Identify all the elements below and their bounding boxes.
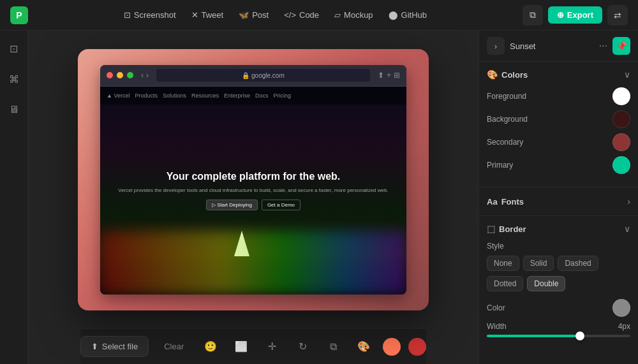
secondary-swatch[interactable] bbox=[612, 133, 630, 151]
browser-toolbar: ‹ › 🔒 google.com ⬆ + ⊞ bbox=[100, 65, 406, 87]
panel-pin-button[interactable]: 📌 bbox=[612, 37, 630, 55]
export-button[interactable]: ⊕ Export bbox=[548, 6, 602, 24]
nav-resources: Resources bbox=[191, 92, 219, 99]
style-solid-button[interactable]: Solid bbox=[523, 256, 554, 271]
panel-topbar: › Sunset ··· 📌 bbox=[479, 31, 638, 62]
left-sidebar: ⊡ ⌘ 🖥 bbox=[0, 31, 28, 364]
move-button[interactable]: ✛ bbox=[260, 335, 283, 358]
main-area: ⊡ ⌘ 🖥 ‹ › 🔒 g bbox=[0, 31, 638, 364]
nav-products: Products bbox=[135, 92, 158, 99]
border-collapse-button[interactable]: ∨ bbox=[624, 224, 630, 234]
rotate-button[interactable]: ↻ bbox=[291, 335, 314, 358]
colors-collapse-button[interactable]: ∨ bbox=[624, 69, 630, 80]
start-deploying-button[interactable]: ▷ Start Deploying bbox=[206, 200, 258, 210]
topbar: P ⊡ Screenshot ✕ Tweet 🦋 Post </> Code ▱… bbox=[0, 0, 638, 31]
background-label: Background bbox=[487, 115, 528, 124]
browser-url-bar[interactable]: 🔒 google.com bbox=[156, 69, 370, 82]
top-nav: ⊡ Screenshot ✕ Tweet 🦋 Post </> Code ▱ M… bbox=[117, 7, 433, 23]
border-width-slider[interactable] bbox=[487, 335, 630, 337]
nav-code[interactable]: </> Code bbox=[278, 7, 325, 23]
browser-cta-buttons: ▷ Start Deploying Get a Demo bbox=[118, 200, 388, 210]
palette-button[interactable]: 🎨 bbox=[352, 335, 375, 358]
select-file-button[interactable]: ⬆ Select file bbox=[80, 336, 149, 357]
primary-swatch[interactable] bbox=[612, 156, 630, 174]
style-dashed-button[interactable]: Dashed bbox=[558, 256, 598, 271]
nav-post[interactable]: 🦋 Post bbox=[232, 7, 275, 23]
screenshot-icon: ⊡ bbox=[124, 10, 131, 20]
plus-icon: + bbox=[387, 71, 391, 80]
border-width-label: Width bbox=[487, 322, 507, 331]
topbar-right: ⧉ ⊕ Export ⇄ bbox=[523, 5, 628, 25]
nav-tweet[interactable]: ✕ Tweet bbox=[185, 7, 230, 23]
site-header: ▲ Vercel Products Solutions Resources En… bbox=[100, 87, 406, 105]
browser-dot-minimize bbox=[117, 72, 123, 78]
palette-section-icon: 🎨 bbox=[487, 69, 498, 80]
nav-solutions: Solutions bbox=[163, 92, 186, 99]
share-button[interactable]: ⇄ bbox=[607, 5, 628, 25]
hero-desc: Vercel provides the developer tools and … bbox=[118, 187, 388, 193]
nav-screenshot[interactable]: ⊡ Screenshot bbox=[117, 7, 182, 23]
secondary-label: Secondary bbox=[487, 138, 523, 147]
border-width-value: 4px bbox=[618, 322, 630, 331]
browser-back-icon[interactable]: ‹ bbox=[141, 71, 144, 80]
style-options-row1: None Solid Dashed bbox=[487, 256, 630, 271]
app-logo[interactable]: P bbox=[10, 6, 28, 24]
fonts-section[interactable]: Aa Fonts › bbox=[479, 187, 638, 216]
primary-label: Primary bbox=[487, 161, 513, 170]
style-label: Style bbox=[487, 242, 630, 251]
nav-enterprise: Enterprise bbox=[224, 92, 250, 99]
browser-hero: Your complete platform for the web. Verc… bbox=[118, 170, 388, 210]
slider-fill bbox=[487, 335, 580, 337]
lock-icon: 🔒 bbox=[242, 72, 249, 79]
browser-forward-icon[interactable]: › bbox=[146, 71, 149, 80]
browser-mock: ‹ › 🔒 google.com ⬆ + ⊞ bbox=[100, 65, 406, 295]
copy-button[interactable]: ⧉ bbox=[523, 5, 543, 25]
fonts-expand-icon: › bbox=[627, 196, 630, 207]
slider-thumb bbox=[575, 331, 584, 340]
emoji-button[interactable]: 🙂 bbox=[199, 335, 222, 358]
background-swatch[interactable] bbox=[612, 110, 630, 128]
panel-back-button[interactable]: › bbox=[487, 37, 505, 55]
border-color-row: Color bbox=[487, 299, 630, 317]
bottom-toolbar: ⬆ Select file Clear 🙂 ⬜ ✛ ↻ ⧉ 🎨 bbox=[80, 328, 426, 364]
browser-body: ▲ Vercel Products Solutions Resources En… bbox=[100, 87, 406, 295]
share-icon: ⬆ bbox=[378, 71, 384, 80]
canvas-content: ‹ › 🔒 google.com ⬆ + ⊞ bbox=[28, 31, 478, 328]
grid-icon: ⊞ bbox=[394, 71, 400, 80]
duplicate-button[interactable]: ⧉ bbox=[322, 335, 345, 358]
upload-icon: ⬆ bbox=[91, 342, 98, 351]
export-plus-icon: ⊕ bbox=[557, 10, 564, 20]
browser-nav: ‹ › bbox=[141, 71, 149, 80]
sidebar-icon-command[interactable]: ⌘ bbox=[4, 69, 24, 89]
nav-docs: Docs bbox=[255, 92, 269, 99]
style-double-button[interactable]: Double bbox=[527, 276, 565, 291]
fonts-section-icon: Aa bbox=[487, 197, 498, 207]
sidebar-icon-photo[interactable]: ⊡ bbox=[4, 38, 24, 59]
screenshot-frame[interactable]: ‹ › 🔒 google.com ⬆ + ⊞ bbox=[78, 49, 429, 310]
foreground-label: Foreground bbox=[487, 92, 526, 101]
post-icon: 🦋 bbox=[239, 10, 249, 20]
nav-pricing: Pricing bbox=[274, 92, 292, 99]
get-demo-button[interactable]: Get a Demo bbox=[262, 200, 300, 210]
panel-more-button[interactable]: ··· bbox=[599, 40, 607, 52]
secondary-color-row: Secondary bbox=[487, 133, 630, 151]
border-color-swatch[interactable] bbox=[612, 299, 630, 317]
nav-mockup[interactable]: ▱ Mockup bbox=[328, 7, 380, 23]
sidebar-icon-monitor[interactable]: 🖥 bbox=[4, 99, 24, 120]
color-swatch-toolbar2[interactable] bbox=[408, 338, 426, 356]
foreground-swatch[interactable] bbox=[612, 87, 630, 105]
color-swatch-toolbar1[interactable] bbox=[383, 338, 401, 356]
nav-github[interactable]: ⬤ GitHub bbox=[382, 7, 433, 23]
browser-rainbow bbox=[100, 231, 406, 295]
border-section-title: ⬚ Border bbox=[487, 224, 526, 234]
right-panel: › Sunset ··· 📌 🎨 Colors ∨ Foreground Bac… bbox=[478, 31, 638, 364]
browser-dot-close bbox=[107, 72, 113, 78]
colors-section-header: 🎨 Colors ∨ bbox=[487, 69, 630, 80]
border-section-header: ⬚ Border ∨ bbox=[487, 224, 630, 234]
style-dotted-button[interactable]: Dotted bbox=[487, 276, 523, 291]
colors-section: 🎨 Colors ∨ Foreground Background Seconda… bbox=[479, 62, 638, 187]
frame-button[interactable]: ⬜ bbox=[230, 335, 253, 358]
style-none-button[interactable]: None bbox=[487, 256, 519, 271]
code-icon: </> bbox=[284, 10, 296, 20]
clear-button[interactable]: Clear bbox=[156, 337, 191, 356]
